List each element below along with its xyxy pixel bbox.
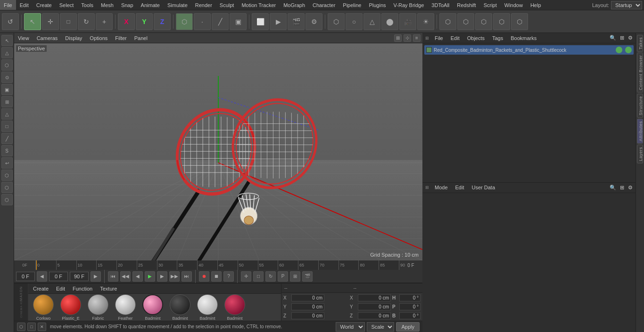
material-badmint1[interactable]: Badmint: [140, 294, 165, 321]
layout-select[interactable]: Startup: [611, 1, 642, 9]
obj-bookmarks-btn[interactable]: Bookmarks: [509, 35, 538, 41]
viewport-3d[interactable]: X Y Z Perspective Grid Spacing : 10 cm: [14, 43, 422, 260]
tool-icon-9[interactable]: ╱: [1, 133, 13, 144]
tool-icon-13[interactable]: ⬡: [1, 182, 13, 193]
y-axis-button[interactable]: Y: [136, 13, 153, 30]
coord-y-size-input[interactable]: [358, 303, 391, 310]
material-badmint3[interactable]: Badmint: [195, 294, 220, 321]
deform2-button[interactable]: ⬡: [457, 13, 474, 30]
menu-redshift[interactable]: Redshift: [453, 0, 479, 10]
stop-button[interactable]: ⏹: [211, 271, 222, 282]
attr-mode-btn[interactable]: Mode: [433, 185, 450, 190]
materials-function-btn[interactable]: Function: [71, 286, 94, 292]
menu-create[interactable]: Create: [33, 0, 56, 10]
obj3-button[interactable]: △: [363, 13, 380, 30]
render-region-button[interactable]: ⬜: [252, 13, 269, 30]
tool-icon-4[interactable]: ⊙: [1, 72, 13, 83]
menu-character[interactable]: Character: [309, 0, 339, 10]
ruler-track[interactable]: 051015202530354045505560657075808590: [36, 260, 399, 270]
coord-p-input[interactable]: [399, 303, 421, 310]
scale-tool-button[interactable]: □: [60, 13, 77, 30]
help-button[interactable]: ?: [223, 271, 234, 282]
tab-layers[interactable]: Layers: [637, 145, 643, 163]
viewport-camera-icon[interactable]: ⊹: [404, 34, 411, 42]
key2-button[interactable]: □: [253, 271, 264, 282]
tool-icon-7[interactable]: △: [1, 108, 13, 120]
obj-search-icon[interactable]: 🔍: [610, 35, 616, 41]
viewport-maximize-icon[interactable]: ⊞: [394, 34, 402, 42]
viewport-menu-panel[interactable]: Panel: [132, 35, 149, 41]
objects-list[interactable]: Red_Composite_Badminton_Rackets_and_Plas…: [422, 43, 636, 182]
coord-h-input[interactable]: [399, 294, 421, 301]
obj-settings-icon[interactable]: ⚙: [628, 35, 633, 41]
tab-takes[interactable]: Takes: [637, 35, 643, 52]
menu-edit[interactable]: Edit: [16, 0, 33, 10]
material-corkwo[interactable]: Corkwo: [31, 294, 56, 321]
material-plastic[interactable]: Plastic_E: [58, 294, 83, 321]
viewport-settings-icon[interactable]: ≡: [413, 34, 421, 42]
z-axis-button[interactable]: Z: [154, 13, 171, 30]
status-icon-2[interactable]: □: [27, 323, 36, 331]
tool-icon-12[interactable]: ⬡: [1, 170, 13, 181]
obj-expand-icon[interactable]: ⊞: [620, 35, 624, 41]
move-tool-button[interactable]: ✛: [42, 13, 59, 30]
render-to-po-button[interactable]: 🎬: [288, 13, 305, 30]
deform5-button[interactable]: ⬡: [511, 13, 528, 30]
key3-button[interactable]: ↻: [265, 271, 276, 282]
poly-mode-button[interactable]: ▣: [230, 13, 247, 30]
next-frame-button[interactable]: ▶▶: [169, 271, 180, 282]
menu-pipeline[interactable]: Pipeline: [339, 0, 365, 10]
viewport-menu-options[interactable]: Options: [88, 35, 109, 41]
scale-dropdown[interactable]: Scale: [367, 322, 394, 332]
obj-visibility-btn[interactable]: [616, 47, 622, 53]
prev-frame-button[interactable]: ◀◀: [120, 271, 131, 282]
materials-texture-btn[interactable]: Texture: [98, 286, 119, 292]
edge-mode-button[interactable]: ╱: [212, 13, 229, 30]
world-dropdown[interactable]: World Object: [336, 322, 365, 332]
camera-button[interactable]: 🎬: [302, 271, 313, 282]
coord-b-input[interactable]: [399, 312, 421, 319]
p-button[interactable]: P: [278, 271, 288, 282]
fast-forward-button[interactable]: ⏭: [182, 271, 192, 282]
object-item-rackets[interactable]: Red_Composite_Badminton_Rackets_and_Plas…: [424, 45, 634, 55]
tool-icon-11[interactable]: ↩: [1, 157, 13, 169]
obj-objects-btn[interactable]: Objects: [465, 35, 487, 41]
select-tool-button[interactable]: ↖: [24, 13, 41, 30]
menu-mesh[interactable]: Mesh: [97, 0, 117, 10]
render-button[interactable]: ▶: [270, 13, 287, 30]
tab-attributes[interactable]: Attributes: [637, 119, 643, 144]
attr-edit-btn[interactable]: Edit: [454, 185, 466, 190]
coord-z-pos-input[interactable]: [291, 312, 324, 319]
material-fabric[interactable]: Fabric: [86, 294, 110, 321]
coord-y-pos-input[interactable]: [291, 303, 324, 310]
attr-settings-icon[interactable]: ⚙: [628, 185, 633, 191]
menu-sculpt[interactable]: Sculpt: [216, 0, 238, 10]
object-mode-button[interactable]: ⬡: [176, 13, 193, 30]
obj-tags-btn[interactable]: Tags: [490, 35, 505, 41]
menu-animate[interactable]: Animate: [137, 0, 164, 10]
light-button[interactable]: ☀: [417, 13, 434, 30]
viewport-menu-filter[interactable]: Filter: [113, 35, 128, 41]
render-settings-button[interactable]: ⚙: [305, 13, 322, 30]
obj-file-btn[interactable]: File: [433, 35, 445, 41]
attr-expand-icon[interactable]: ⊞: [620, 185, 624, 191]
rewind-button[interactable]: ⏮: [108, 271, 118, 282]
cam-button[interactable]: 🎥: [399, 13, 416, 30]
material-badmint4[interactable]: Badmint: [223, 294, 247, 321]
tool-icon-14[interactable]: ⬡: [1, 194, 13, 205]
rotate-tool-button[interactable]: ↻: [78, 13, 95, 30]
undo-button[interactable]: ↺: [2, 13, 19, 30]
deform1-button[interactable]: ⬡: [439, 13, 456, 30]
materials-create-btn[interactable]: Create: [31, 286, 50, 292]
coord-x-size-input[interactable]: [358, 294, 391, 301]
obj-render-btn[interactable]: [625, 47, 632, 53]
material-feather[interactable]: Feather: [113, 294, 138, 321]
point-mode-button[interactable]: ·: [194, 13, 211, 30]
material-badmint2[interactable]: Badmint: [168, 294, 192, 321]
deform4-button[interactable]: ⬡: [493, 13, 510, 30]
start-frame-input[interactable]: [16, 272, 35, 281]
obj1-button[interactable]: ⬡: [328, 13, 345, 30]
record-button[interactable]: ⏺: [199, 271, 209, 282]
coord-x-pos-input[interactable]: [291, 294, 324, 301]
tool-icon-6[interactable]: ⊞: [1, 96, 13, 107]
